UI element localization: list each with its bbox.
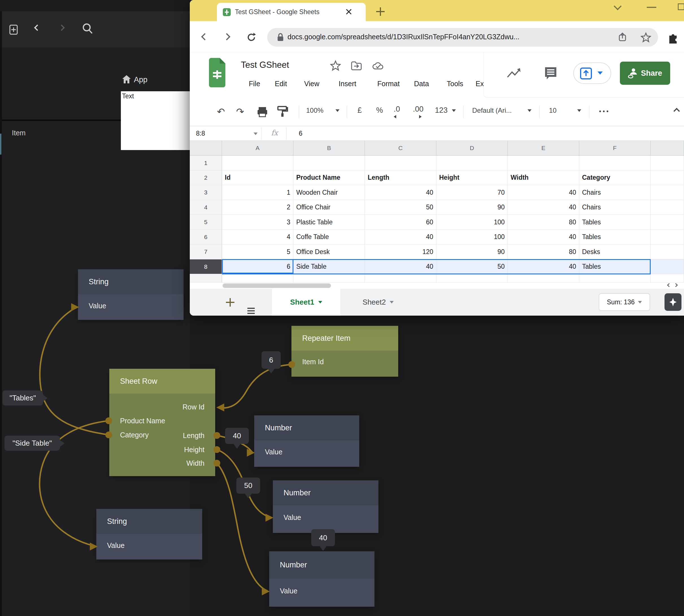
port-product-name[interactable]: Product Name <box>120 414 165 428</box>
grid-cell-B2[interactable]: Product Name <box>293 170 365 185</box>
menu-format[interactable]: Format <box>377 80 400 88</box>
grid-cell-D5[interactable]: 100 <box>436 215 508 230</box>
grid-cell-E6[interactable]: 40 <box>508 230 579 244</box>
column-header-C[interactable]: C <box>365 141 436 156</box>
grid-cell-B8[interactable]: Side Table <box>293 259 365 274</box>
document-title[interactable]: Test GSheet <box>241 60 289 70</box>
grid-cell-bottom-partial[interactable] <box>293 274 365 283</box>
menu-view[interactable]: View <box>304 80 319 88</box>
port-row-id[interactable]: Row Id <box>182 400 204 414</box>
menu-insert[interactable]: Insert <box>339 80 357 88</box>
explore-button[interactable] <box>664 293 681 311</box>
browser-tab[interactable]: Test GSheet - Google Sheets <box>217 3 366 21</box>
grid-cell-partial-3[interactable] <box>651 185 684 200</box>
horizontal-scrollbar[interactable] <box>190 283 684 289</box>
grid-cell-bottom-partial[interactable] <box>579 274 651 283</box>
format-percent-button[interactable]: % <box>376 106 383 115</box>
browser-reload-icon[interactable] <box>245 31 257 45</box>
menu-edit[interactable]: Edit <box>275 80 287 88</box>
port-length[interactable]: Length <box>183 428 204 442</box>
trending-history-icon[interactable] <box>506 67 522 80</box>
grid-cell-partial-1[interactable] <box>651 156 684 170</box>
font-select[interactable]: Default (Ari... <box>472 107 512 114</box>
scroll-right-icon[interactable] <box>674 283 678 287</box>
toolbar-more-icon[interactable] <box>599 110 608 112</box>
window-maximize-icon[interactable] <box>678 3 684 10</box>
grid-cell-A5[interactable]: 3 <box>222 215 293 230</box>
port-value[interactable]: Value <box>283 510 301 525</box>
grid-cell-B5[interactable]: Plastic Table <box>293 215 365 230</box>
sheet-tab-sheet2[interactable]: Sheet2 <box>351 289 405 316</box>
node-sheet-row[interactable]: Sheet Row Row Id Product Name Category L… <box>109 369 215 476</box>
font-size-select[interactable]: 10 <box>549 107 556 114</box>
grid-cell-C7[interactable]: 120 <box>365 244 436 259</box>
grid-cell-D4[interactable]: 90 <box>436 200 508 215</box>
port-value[interactable]: Value <box>280 584 297 598</box>
grid-cell-A4[interactable]: 2 <box>222 200 293 215</box>
grid-cell-C1[interactable] <box>365 156 436 170</box>
grid-cell-D8[interactable]: 50 <box>436 259 508 274</box>
grid-cell-A6[interactable]: 4 <box>222 230 293 244</box>
row-header-6[interactable]: 6 <box>190 230 222 244</box>
grid-cell-B4[interactable]: Office Chair <box>293 200 365 215</box>
port-item-id[interactable]: Item Id <box>302 355 324 369</box>
print-icon[interactable] <box>256 106 268 118</box>
grid-cell-E5[interactable]: 80 <box>508 215 579 230</box>
grid-cell-F5[interactable]: Tables <box>579 215 651 230</box>
grid-cell-F4[interactable]: Chairs <box>579 200 651 215</box>
redo-icon[interactable]: ↷ <box>236 106 244 117</box>
grid-cell-bottom-partial[interactable] <box>651 274 684 283</box>
paint-format-icon[interactable] <box>277 105 289 118</box>
row-header-7[interactable]: 7 <box>190 244 222 259</box>
menu-tools[interactable]: Tools <box>447 80 463 88</box>
port-value[interactable]: Value <box>107 538 124 552</box>
component-item-label[interactable]: Item <box>12 129 26 137</box>
new-tab-icon[interactable] <box>376 7 385 16</box>
row-header-3[interactable]: 3 <box>190 185 222 200</box>
add-frame-icon[interactable] <box>9 24 20 36</box>
row-header-1[interactable]: 1 <box>190 156 222 170</box>
grid-cell-E7[interactable]: 80 <box>508 244 579 259</box>
grid-cell-partial-8[interactable] <box>651 259 684 274</box>
column-header-A[interactable]: A <box>222 141 293 156</box>
row-header-5[interactable]: 5 <box>190 215 222 230</box>
share-button[interactable]: Share <box>620 62 670 85</box>
grid-cell-bottom-partial[interactable] <box>436 274 508 283</box>
bookmark-star-icon[interactable] <box>640 32 651 43</box>
row-header-partial[interactable] <box>190 274 222 283</box>
formula-input[interactable]: 6 <box>299 130 302 137</box>
grid-cell-partial-7[interactable] <box>651 244 684 259</box>
grid-cell-A1[interactable] <box>222 156 293 170</box>
column-header-D[interactable]: D <box>436 141 508 156</box>
move-folder-icon[interactable] <box>351 61 362 71</box>
grid-cell-B1[interactable] <box>293 156 365 170</box>
node-string-top[interactable]: String Value <box>78 269 184 320</box>
column-header-E[interactable]: E <box>508 141 579 156</box>
all-sheets-icon[interactable] <box>247 308 255 314</box>
grid-cell-B6[interactable]: Coffe Table <box>293 230 365 244</box>
extension-puzzle-icon[interactable] <box>666 31 680 44</box>
grid-cell-F1[interactable] <box>579 156 651 170</box>
scroll-left-icon[interactable] <box>667 283 671 287</box>
spreadsheet-grid[interactable]: ABCDEF12IdProduct NameLengthHeightWidthC… <box>190 141 684 283</box>
cloud-saved-icon[interactable] <box>372 61 385 71</box>
grid-cell-F7[interactable]: Desks <box>579 244 651 259</box>
menu-file[interactable]: File <box>249 80 260 88</box>
grid-cell-bottom-partial[interactable] <box>222 274 293 283</box>
grid-cell-E8[interactable]: 40 <box>508 259 579 274</box>
row-header-4[interactable]: 4 <box>190 200 222 215</box>
grid-cell-D1[interactable] <box>436 156 508 170</box>
grid-cell-E4[interactable]: 40 <box>508 200 579 215</box>
scrollbar-thumb[interactable] <box>223 283 331 288</box>
grid-cell-F8[interactable]: Tables <box>579 259 651 274</box>
port-value[interactable]: Value <box>89 299 106 313</box>
grid-cell-partial-6[interactable] <box>651 230 684 244</box>
grid-cell-partial-4[interactable] <box>651 200 684 215</box>
grid-cell-D3[interactable]: 70 <box>436 185 508 200</box>
grid-cell-C5[interactable]: 60 <box>365 215 436 230</box>
search-icon[interactable] <box>81 23 94 36</box>
port-category[interactable]: Category <box>120 428 149 442</box>
window-minimize-icon[interactable] <box>647 7 656 8</box>
app-preview-canvas[interactable]: Text <box>121 91 190 150</box>
grid-cell-F6[interactable]: Tables <box>579 230 651 244</box>
